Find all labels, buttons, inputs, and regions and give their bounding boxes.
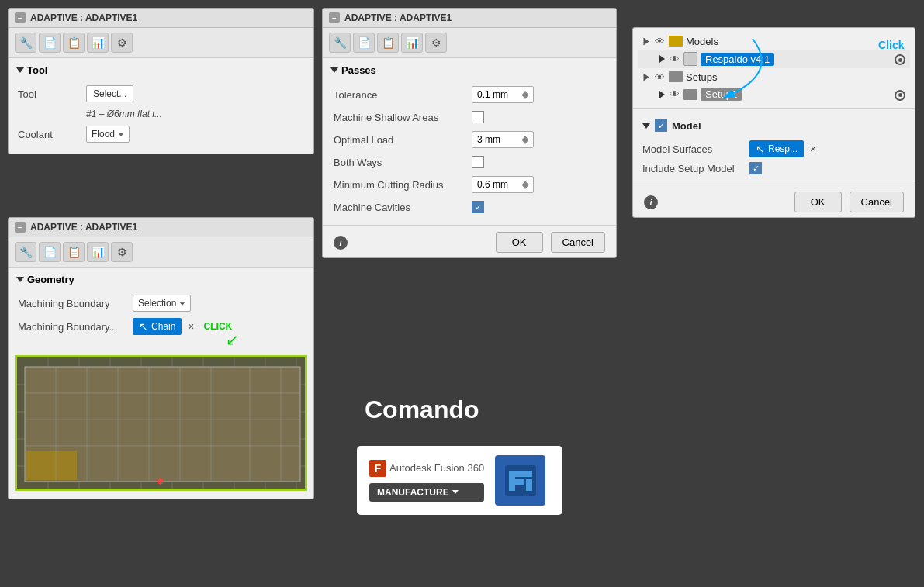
setups-label: Setups [686,71,717,83]
manufacture-button[interactable]: MANUFACTURE [369,483,484,502]
respaldo-target-icon[interactable] [895,54,905,65]
model-surfaces-close-icon[interactable]: × [810,143,816,155]
models-eye-icon[interactable]: 👁 [653,35,666,47]
passes-minimize-icon[interactable]: − [329,12,340,23]
machining-boundary-dropdown[interactable]: Selection [133,295,191,312]
geometry-panel-header: − ADAPTIVE : ADAPTIVE1 [9,218,313,237]
respaldo-eye-icon[interactable]: 👁 [668,53,680,65]
include-setup-checkbox[interactable]: ✓ [749,162,762,174]
setup1-folder-icon [683,89,697,100]
models-expand-icon[interactable] [644,37,649,45]
toolbar-btn-5[interactable]: ⚙ [111,33,133,53]
both-ways-checkbox[interactable] [472,156,484,168]
toolbar-btn-4[interactable]: 📊 [87,33,109,53]
setup1-expand-icon[interactable] [659,91,665,98]
passes-info-icon[interactable]: i [334,236,348,250]
min-cutting-input[interactable]: 0.6 mm [472,176,534,193]
passes-toolbar-btn-5[interactable]: ⚙ [425,33,447,53]
passes-toolbar-btn-2[interactable]: 📄 [353,33,375,53]
model-surfaces-row: Model Surfaces ↖ Resp... × [642,138,905,160]
tolerance-up[interactable] [522,91,528,95]
passes-toolbar-btn-4[interactable]: 📊 [401,33,423,53]
geometry-collapse-icon[interactable] [16,277,24,282]
fusion-logo-row: F Autodesk Fusion 360 [369,460,484,477]
min-cutting-spinner[interactable] [522,181,528,189]
model-section-collapse-icon[interactable] [642,123,650,129]
tool-value-row: #1 – Ø6mm flat i... [9,105,313,123]
passes-ok-button[interactable]: OK [496,232,543,253]
model-surfaces-field[interactable]: ↖ Resp... [749,140,804,157]
tree-setup1-row: 👁 Setup1 [638,85,910,103]
svg-rect-32 [509,471,532,477]
chain-label: Chain [151,321,175,332]
geometry-minimize-icon[interactable]: − [15,222,26,233]
passes-section-label: Passes [341,64,376,76]
tool-panel-header: − ADAPTIVE : ADAPTIVE1 [9,9,313,28]
setup1-eye-icon[interactable]: 👁 [668,88,680,101]
geo-toolbar-btn-5[interactable]: ⚙ [111,242,133,262]
tolerance-spinner[interactable] [522,91,528,99]
min-cutting-down[interactable] [522,185,528,189]
passes-toolbar-btn-3[interactable]: 📋 [377,33,399,53]
model-panel: 👁 Models 👁 Respaldo v4:1 👁 Setups [632,27,915,218]
coolant-dropdown[interactable]: Flood [86,126,130,143]
tolerance-input[interactable]: 0.1 mm [472,86,534,103]
respaldo-target-dot [898,58,902,62]
machine-cavities-checkbox[interactable]: ✓ [472,201,484,213]
tree-setups-row: 👁 Setups [638,68,910,85]
geo-toolbar-btn-2[interactable]: 📄 [39,242,61,262]
geometry-panel-title: ADAPTIVE : ADAPTIVE1 [30,222,137,233]
passes-panel-header: − ADAPTIVE : ADAPTIVE1 [323,9,616,28]
coolant-row: Coolant Flood [9,123,313,146]
tool-panel-title: ADAPTIVE : ADAPTIVE1 [30,12,137,23]
coolant-label: Coolant [18,129,80,140]
minimize-icon[interactable]: − [15,12,26,23]
toolbar-btn-2[interactable]: 📄 [39,33,61,53]
passes-cancel-button[interactable]: Cancel [551,232,605,253]
passes-toolbar-btn-1[interactable]: 🔧 [329,33,351,53]
tool-panel: − ADAPTIVE : ADAPTIVE1 🔧 📄 📋 📊 ⚙ Tool To… [8,8,314,154]
comando-text: Comando [365,395,479,424]
svg-rect-14 [26,451,77,480]
tool-section-label: Tool [27,64,47,76]
machining-boundary-label2: Machining Boundary... [18,321,126,333]
toolbar-btn-1[interactable]: 🔧 [15,33,36,53]
chain-cursor-icon: ↖ [139,320,148,333]
model-ok-button[interactable]: OK [794,192,842,212]
geo-toolbar-btn-3[interactable]: 📋 [63,242,85,262]
optimal-load-down[interactable] [522,140,528,144]
setups-eye-icon[interactable]: 👁 [653,71,666,83]
geometry-section-label: Geometry [27,274,74,285]
optimal-load-spinner[interactable] [522,136,528,144]
setup1-target-icon[interactable] [895,90,905,101]
respaldo-expand-icon[interactable] [659,55,665,63]
tree-models-row: 👁 Models [638,33,910,50]
machine-shallow-checkbox[interactable] [472,111,484,123]
setup1-target-dot [898,93,902,97]
model-cancel-button[interactable]: Cancel [850,192,904,212]
setups-expand-icon[interactable] [644,73,649,81]
model-section-checkbox[interactable]: ✓ [655,119,667,132]
optimal-load-up[interactable] [522,136,528,140]
model-info-icon[interactable]: i [644,195,658,209]
model-surfaces-label: Model Surfaces [642,143,743,155]
collapse-icon[interactable] [16,67,24,73]
geo-toolbar-btn-1[interactable]: 🔧 [15,242,36,262]
chain-button[interactable]: ↖ Chain [133,318,182,335]
coolant-value: Flood [92,129,115,140]
respaldo-target-circle-container [895,53,905,66]
geometry-section-header: Geometry [9,268,313,292]
passes-collapse-icon[interactable] [330,67,338,73]
setup1-label: Setup1 [701,88,742,101]
optimal-load-input[interactable]: 3 mm [472,131,534,148]
grid-svg [17,357,305,489]
tool-value: #1 – Ø6mm flat i... [86,109,162,119]
chain-close-icon[interactable]: × [188,320,194,333]
tolerance-down[interactable] [522,95,528,99]
min-cutting-up[interactable] [522,181,528,185]
tool-select-button[interactable]: Select... [86,85,133,102]
toolbar-btn-3[interactable]: 📋 [63,33,85,53]
geo-toolbar-btn-4[interactable]: 📊 [87,242,109,262]
tool-row: Tool Select... [9,82,313,105]
tree-respaldo-row[interactable]: 👁 Respaldo v4:1 [638,50,910,68]
